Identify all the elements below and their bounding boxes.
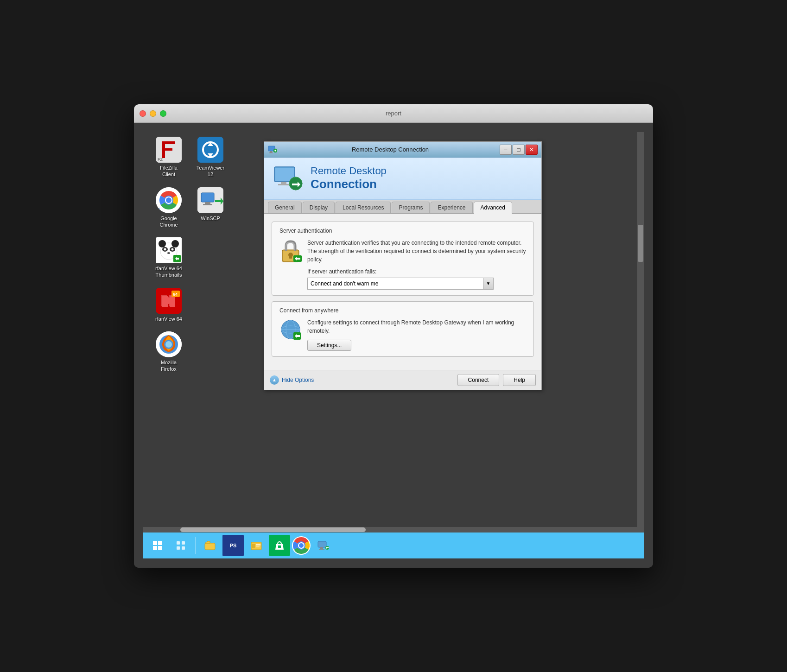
svg-rect-66 — [278, 545, 281, 548]
desktop-icon-irfanview[interactable]: 64 rfanView 64 — [152, 288, 185, 322]
svg-rect-61 — [205, 543, 215, 550]
chrome-taskbar[interactable] — [292, 536, 311, 555]
server-auth-body: Server authentication verifies that you … — [279, 239, 526, 264]
mac-window-buttons — [140, 110, 166, 117]
svg-rect-11 — [156, 207, 162, 213]
icon-row-2: GoogleChrome — [152, 187, 227, 228]
irfanview-thumb-icon — [156, 237, 182, 263]
tab-local-resources[interactable]: Local Resources — [336, 202, 391, 213]
svg-rect-55 — [153, 546, 157, 550]
icon-row-1: FZ FileZillaClient — [152, 137, 227, 178]
hide-options-label: Hide Options — [282, 377, 314, 383]
right-scrollbar[interactable] — [637, 132, 644, 533]
rdp-window-title: Remote Desktop Connection — [281, 146, 500, 153]
connect-anywhere-body: Configure settings to connect through Re… — [279, 318, 526, 351]
connect-anywhere-section: Connect from anywhere — [272, 301, 534, 357]
svg-rect-73 — [319, 549, 324, 550]
file-explorer-taskbar[interactable] — [199, 535, 221, 556]
desktop: FZ FileZillaClient — [143, 132, 644, 558]
svg-rect-58 — [182, 541, 185, 545]
mac-titlebar: report — [134, 104, 653, 123]
svg-point-10 — [166, 197, 171, 203]
server-auth-title: Server authentication — [279, 228, 526, 234]
rdp-maximize-button[interactable]: □ — [513, 145, 525, 155]
help-button[interactable]: Help — [503, 374, 536, 386]
rdp-bottom-bar: ▲ Hide Options Connect Help — [264, 370, 541, 390]
desktop-area: FZ FileZillaClient — [134, 123, 653, 568]
svg-rect-60 — [182, 546, 185, 550]
desktop-icon-irfanview-thumb[interactable]: rfanView 64Thumbnails — [152, 237, 185, 279]
desktop-icon-firefox[interactable]: MozillaFirefox — [152, 331, 185, 373]
server-auth-description: Server authentication verifies that you … — [307, 239, 526, 264]
connect-anywhere-text-area: Configure settings to connect through Re… — [307, 318, 526, 351]
connect-anywhere-title: Connect from anywhere — [279, 307, 526, 314]
tab-programs[interactable]: Programs — [392, 202, 430, 213]
rdp-close-button[interactable]: ✕ — [526, 145, 538, 155]
icon-row-5: MozillaFirefox — [152, 331, 227, 373]
winscp-icon — [197, 187, 223, 213]
svg-rect-34 — [270, 151, 272, 152]
irfanview-icon: 64 — [156, 288, 182, 314]
teamviewer-label: TeamViewer12 — [197, 165, 224, 178]
store-taskbar[interactable] — [269, 535, 290, 556]
tab-advanced[interactable]: Advanced — [474, 202, 512, 214]
globe-icon — [279, 318, 302, 341]
connect-button[interactable]: Connect — [457, 374, 500, 386]
irfanview-label: rfanView 64 — [155, 316, 182, 322]
rdp-minimize-button[interactable]: – — [500, 145, 512, 155]
rdp-header-icon — [273, 166, 303, 191]
task-view-button[interactable] — [170, 535, 191, 556]
mac-close-button[interactable] — [140, 110, 146, 117]
tab-general[interactable]: General — [268, 202, 302, 213]
rdp-title-bottom: Connection — [311, 177, 532, 191]
powershell-taskbar[interactable]: PS — [222, 535, 244, 556]
filezilla-icon: FZ — [156, 137, 182, 163]
tab-experience[interactable]: Experience — [431, 202, 472, 213]
filezilla-label: FileZillaClient — [160, 165, 178, 178]
firefox-label: MozillaFirefox — [161, 359, 177, 373]
svg-point-23 — [171, 248, 174, 251]
desktop-icon-winscp[interactable]: WinSCP — [194, 187, 227, 228]
svg-rect-35 — [269, 152, 273, 153]
firefox-icon — [156, 331, 182, 357]
settings-button[interactable]: Settings... — [307, 340, 351, 351]
svg-rect-65 — [256, 546, 260, 547]
svg-point-19 — [171, 240, 179, 247]
mac-maximize-button[interactable] — [160, 110, 166, 117]
lock-icon — [279, 239, 302, 263]
svg-rect-40 — [278, 184, 289, 185]
auth-dropdown-wrap: Connect and don't warn me Warn me Do not… — [307, 278, 526, 290]
svg-point-22 — [164, 248, 166, 251]
bottom-scrollbar-thumb — [180, 527, 366, 532]
svg-point-32 — [165, 341, 172, 348]
hide-options-link[interactable]: ▲ Hide Options — [270, 375, 314, 385]
auth-fail-dropdown[interactable]: Connect and don't warn me Warn me Do not… — [307, 278, 483, 290]
svg-rect-2 — [162, 141, 175, 144]
dropdown-arrow-icon[interactable]: ▼ — [483, 278, 494, 290]
rdp-tabs: General Display Local Resources Programs… — [264, 200, 541, 214]
rdp-taskbar[interactable] — [312, 535, 334, 556]
mac-minimize-button[interactable] — [150, 110, 156, 117]
svg-rect-72 — [320, 547, 323, 549]
desktop-icon-filezilla[interactable]: FZ FileZillaClient — [152, 137, 185, 178]
icon-row-3: rfanView 64Thumbnails — [152, 237, 227, 279]
rdp-header-banner: Remote Desktop Connection — [264, 158, 541, 200]
tab-display[interactable]: Display — [303, 202, 335, 213]
svg-text:FZ: FZ — [158, 157, 163, 162]
svg-point-18 — [159, 240, 166, 247]
bottom-scrollbar-area[interactable] — [143, 527, 644, 533]
start-button[interactable] — [147, 535, 168, 556]
rdp-window-buttons: – □ ✕ — [500, 145, 538, 155]
chrome-label: GoogleChrome — [159, 215, 178, 228]
svg-text:64: 64 — [173, 292, 178, 297]
connect-anywhere-description: Configure settings to connect through Re… — [307, 318, 526, 335]
rdp-advanced-content: Server authentication — [264, 214, 541, 370]
rdp-window: Remote Desktop Connection – □ ✕ — [264, 141, 542, 390]
file-manager-taskbar[interactable] — [246, 535, 267, 556]
desktop-icon-chrome[interactable]: GoogleChrome — [152, 187, 185, 228]
svg-rect-5 — [197, 137, 223, 163]
rdp-header-text: Remote Desktop Connection — [311, 165, 532, 192]
svg-point-70 — [299, 543, 304, 548]
desktop-icon-teamviewer[interactable]: TeamViewer12 — [194, 137, 227, 178]
rdp-titlebar: Remote Desktop Connection – □ ✕ — [264, 142, 541, 158]
